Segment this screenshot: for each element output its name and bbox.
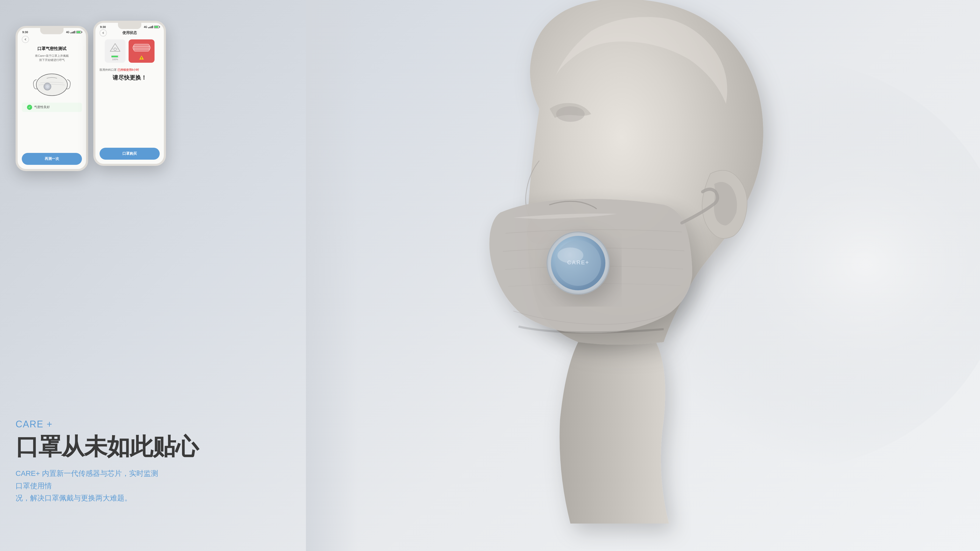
mask-illustration-1 bbox=[31, 65, 73, 97]
fade-overlay bbox=[306, 0, 358, 551]
seal-status-indicator: ✓ 气密性良好 bbox=[22, 103, 82, 112]
battery-percent: 100% bbox=[112, 58, 118, 60]
signal-label-2: 4G bbox=[144, 25, 147, 29]
signal-bars-2 bbox=[148, 25, 153, 28]
signal-bars-1 bbox=[70, 31, 75, 33]
phone2-status-text: 医用外科口罩 已持续使用8小时 bbox=[95, 66, 164, 73]
time-1: 9:30 bbox=[22, 30, 28, 34]
status-bar-1: 9:30 4G bbox=[18, 28, 86, 35]
svg-rect-6 bbox=[134, 44, 150, 51]
time-2: 9:30 bbox=[100, 25, 106, 29]
status-prefix: 医用外科口罩 bbox=[100, 68, 117, 71]
check-icon: ✓ bbox=[27, 105, 32, 110]
device-icon-card: 100% bbox=[105, 40, 126, 63]
mask-warning-svg bbox=[132, 41, 151, 54]
status-icons-2: 4G bbox=[144, 25, 159, 29]
btn-area-1: 再测一次 bbox=[18, 153, 86, 169]
battery-icon-2 bbox=[154, 25, 159, 28]
mask-warning-card: ! bbox=[129, 40, 154, 63]
back-button-1[interactable] bbox=[22, 36, 29, 43]
main-container: 9:30 4G bbox=[0, 0, 980, 551]
retest-button[interactable]: 再测一次 bbox=[22, 153, 82, 165]
phone-frame-1: 9:30 4G bbox=[16, 26, 88, 171]
description-text: CARE+ 内置新一代传感器与芯片，实时监测口罩使用情 况，解决口罩佩戴与更换两… bbox=[16, 467, 161, 504]
phone2-header-title: 使用状态 bbox=[123, 30, 137, 35]
phone-screen-1: 9:30 4G bbox=[18, 28, 86, 169]
phone2-header: 使用状态 bbox=[95, 30, 164, 37]
battery-bar bbox=[111, 56, 119, 57]
battery-icon-1 bbox=[76, 31, 81, 33]
device-icon-svg bbox=[109, 41, 122, 54]
btn-area-2: 口罩购买 bbox=[95, 148, 164, 164]
brand-label: CARE + bbox=[16, 419, 198, 430]
signal-label-1: 4G bbox=[66, 31, 70, 34]
phone1-nav bbox=[18, 35, 86, 45]
description-line2: 况，解决口罩佩戴与更换两大难题。 bbox=[16, 494, 132, 502]
phone1-title: 口罩气密性测试 bbox=[18, 45, 86, 54]
back-button-2[interactable] bbox=[100, 29, 107, 37]
battery-fill-1 bbox=[77, 31, 80, 33]
description-line1: CARE+ 内置新一代传感器与芯片，实时监测口罩使用情 bbox=[16, 469, 158, 490]
right-panel: CARE+ bbox=[306, 0, 980, 551]
bar2 bbox=[72, 32, 73, 33]
phone-mockup-2: 9:30 4G bbox=[93, 21, 166, 166]
status-highlight: 已持续使用8小时 bbox=[118, 68, 139, 71]
battery-bar-fill bbox=[111, 56, 118, 57]
status-icons-1: 4G bbox=[66, 31, 81, 34]
svg-text:CARE+: CARE+ bbox=[567, 259, 589, 266]
bar2-p2 bbox=[150, 27, 150, 28]
svg-point-5 bbox=[114, 48, 116, 51]
bar1 bbox=[70, 32, 71, 33]
bar4-p2 bbox=[152, 25, 153, 28]
bar4 bbox=[75, 31, 75, 33]
phone1-subtitle: 将Care+装于口罩上并佩戴 按下开始键进行呼气 bbox=[18, 54, 86, 65]
seal-status-text: 气密性良好 bbox=[34, 105, 50, 110]
bottom-text-block: CARE + 口罩从未如此贴心 CARE+ 内置新一代传感器与芯片，实时监测口罩… bbox=[16, 419, 198, 504]
bar3 bbox=[73, 31, 74, 33]
icon-row: 100% bbox=[95, 37, 164, 66]
main-slogan: 口罩从未如此贴心 bbox=[16, 434, 198, 459]
phone-mockup-1: 9:30 4G bbox=[16, 26, 88, 171]
phone2-main-text: 请尽快更换！ bbox=[95, 73, 164, 86]
subtitle-line2: 按下开始键进行呼气 bbox=[39, 58, 65, 62]
svg-point-12 bbox=[556, 106, 585, 122]
head-svg: CARE+ bbox=[306, 0, 980, 549]
warning-triangle-icon: ! bbox=[139, 55, 145, 61]
phone-screen-2: 9:30 4G bbox=[95, 23, 164, 164]
battery-indicator: 100% bbox=[111, 56, 119, 60]
battery-fill-2 bbox=[154, 26, 158, 28]
phone-frame-2: 9:30 4G bbox=[93, 21, 166, 166]
mask-svg-1 bbox=[32, 65, 71, 97]
bar3-p2 bbox=[151, 26, 152, 28]
svg-text:!: ! bbox=[141, 57, 142, 60]
status-bar-2: 9:30 4G bbox=[95, 23, 164, 30]
purchase-button[interactable]: 口罩购买 bbox=[100, 148, 160, 160]
bar1-p2 bbox=[148, 27, 149, 28]
svg-point-4 bbox=[46, 85, 49, 88]
subtitle-line1: 将Care+装于口罩上并佩戴 bbox=[35, 54, 68, 57]
